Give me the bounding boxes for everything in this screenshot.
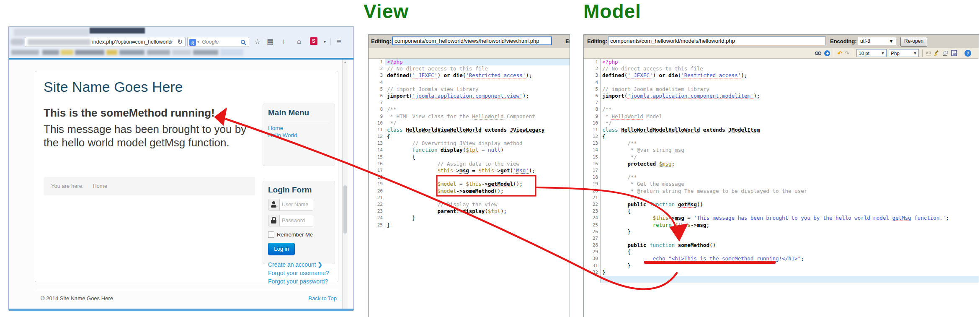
remember-me-label: Remember Me [277, 231, 313, 238]
breadcrumb: You are here: Home [44, 177, 255, 195]
font-size-select[interactable]: 10 pt▼ [856, 49, 887, 57]
bookmark-blurred[interactable] [172, 50, 191, 55]
sidebar-item-home[interactable]: Home [268, 125, 330, 132]
window-bottom-edge [9, 309, 353, 311]
footer-divider [35, 290, 338, 290]
editing-label: Editing: [587, 38, 607, 44]
page-scrollbar[interactable]: ▲ [342, 60, 348, 309]
select-caret-icon: ▼ [889, 38, 894, 44]
breadcrumb-prefix: You are here: [51, 183, 84, 189]
word-wrap-icon[interactable] [951, 50, 957, 57]
bookmarks-bar [9, 47, 353, 58]
bookmark-star-icon[interactable]: ☆ [254, 37, 260, 46]
forgot-password-link[interactable]: Forgot your password? [268, 277, 330, 286]
bookmark-blurred[interactable] [75, 50, 104, 55]
redo-icon[interactable]: ↷ [845, 50, 850, 56]
view-editor-header: Editing: Encoding: [369, 35, 570, 48]
password-field[interactable] [280, 215, 313, 226]
reload-icon[interactable]: ↻ [177, 38, 183, 46]
back-to-top-link[interactable]: Back to Top [308, 295, 337, 301]
hamburger-menu-icon[interactable]: ≡ [337, 37, 341, 46]
downloads-icon[interactable]: ↓ [282, 37, 286, 46]
remember-me-checkbox[interactable] [268, 231, 274, 238]
bookmark-blurred[interactable] [11, 50, 39, 55]
breadcrumb-current: Home [93, 183, 107, 189]
go-to-line-icon[interactable] [824, 50, 830, 57]
toolbar-separator [853, 49, 853, 57]
divider [268, 121, 330, 121]
bookmark-blurred[interactable] [193, 50, 218, 55]
toolbar-divider [330, 38, 331, 45]
chevron-right-icon: ❯ [317, 261, 322, 268]
site-title: Site Name Goes Here [44, 79, 183, 95]
help-icon[interactable]: ? [965, 50, 971, 57]
bookmarks-menu-icon[interactable]: ▤ [267, 37, 273, 46]
browser-tab-blurred[interactable] [14, 29, 89, 36]
forgot-username-link[interactable]: Forgot your username? [268, 269, 330, 277]
login-form-module: Login Form Remember Me Log in [263, 181, 335, 264]
select-caret-icon: ▼ [913, 51, 917, 55]
toolbar-divider [264, 38, 264, 45]
bookmark-blurred[interactable] [119, 50, 144, 55]
search-bar[interactable]: g ▾ Google [187, 37, 249, 47]
url-dropdown-icon[interactable]: ▾ [170, 39, 173, 45]
bookmark-blurred[interactable] [61, 50, 73, 55]
main-menu-module: Main Menu Home Hello World [263, 104, 335, 166]
editing-label: Editing: [371, 38, 391, 44]
search-placeholder[interactable]: Google [202, 39, 219, 45]
model-editor-toolbar: ↶ ↷ 10 pt▼ Php▼ ab ? [584, 48, 979, 59]
back-forward-buttons-blurred[interactable] [10, 39, 25, 45]
person-icon [268, 199, 280, 210]
model-code-area[interactable]: 1<?php2// No direct access to this file3… [584, 59, 979, 317]
bookmark-blurred[interactable] [147, 50, 170, 55]
view-heading: View [364, 0, 409, 23]
spellcheck-icon[interactable]: ab [926, 50, 931, 56]
magnifier-icon[interactable] [240, 39, 247, 46]
addon-badge-icon[interactable]: S [310, 37, 317, 45]
reopen-button[interactable]: Re-open [900, 37, 927, 47]
toolbar-separator [961, 49, 961, 57]
view-path-input[interactable] [392, 36, 552, 45]
select-caret-icon: ▼ [881, 51, 885, 55]
url-bar[interactable]: index.php?option=com_helloworld ▾ ↻ [25, 37, 186, 47]
find-icon[interactable] [815, 50, 822, 56]
password-group [268, 215, 313, 226]
eraser-icon[interactable] [942, 50, 949, 56]
toolbar-separator [922, 49, 923, 57]
toolbar-separator [834, 49, 834, 57]
scrollbar-thumb[interactable] [343, 185, 347, 234]
create-account-link[interactable]: Create an account ❯ [268, 260, 330, 269]
home-icon[interactable]: ⌂ [297, 37, 301, 46]
username-field[interactable] [280, 199, 313, 210]
encoding-label: Encoding: [830, 38, 857, 44]
main-menu-title: Main Menu [268, 108, 330, 117]
search-engine-icon[interactable]: g [189, 39, 196, 46]
view-code-area[interactable]: 1<?php2// No direct access to this file3… [369, 59, 570, 317]
addon-dropdown-icon[interactable]: ▾ [324, 39, 326, 44]
browser-navbar: index.php?option=com_helloworld ▾ ↻ g ▾ … [9, 36, 353, 48]
search-engine-dropdown-icon[interactable]: ▾ [197, 40, 199, 44]
bookmark-blurred[interactable] [106, 50, 117, 55]
sidebar-item-hello-world[interactable]: Hello World [268, 132, 330, 139]
login-button[interactable]: Log in [268, 243, 295, 255]
bookmark-blurred[interactable] [42, 50, 59, 55]
encoding-select[interactable]: utf-8▼ [858, 37, 896, 45]
somemethod-output-heading: This is the someMethod running! [44, 107, 215, 120]
syntax-select[interactable]: Php▼ [889, 49, 919, 57]
undo-icon[interactable]: ↶ [838, 50, 843, 56]
model-path-input[interactable] [608, 36, 826, 45]
url-text[interactable]: index.php?option=com_helloworld [92, 39, 171, 45]
encoding-label-clipped: Encoding: [565, 38, 570, 44]
login-form-title: Login Form [268, 185, 330, 195]
scrollbar-up-icon[interactable]: ▲ [343, 60, 347, 64]
getmsg-output-paragraph: This message has been brought to you by … [44, 122, 253, 149]
username-group [268, 199, 313, 210]
bookmark-blurred[interactable] [220, 49, 243, 56]
titlebar-blurred-block [90, 28, 145, 34]
highlight-brush-icon[interactable] [933, 50, 940, 57]
lock-icon [268, 215, 280, 226]
browser-window: index.php?option=com_helloworld ▾ ↻ g ▾ … [8, 26, 354, 310]
model-heading: Model [583, 0, 641, 23]
model-editor-window: Editing: Encoding: utf-8▼ Re-open ↶ ↷ [583, 34, 979, 317]
url-domain-blurred [28, 39, 90, 45]
